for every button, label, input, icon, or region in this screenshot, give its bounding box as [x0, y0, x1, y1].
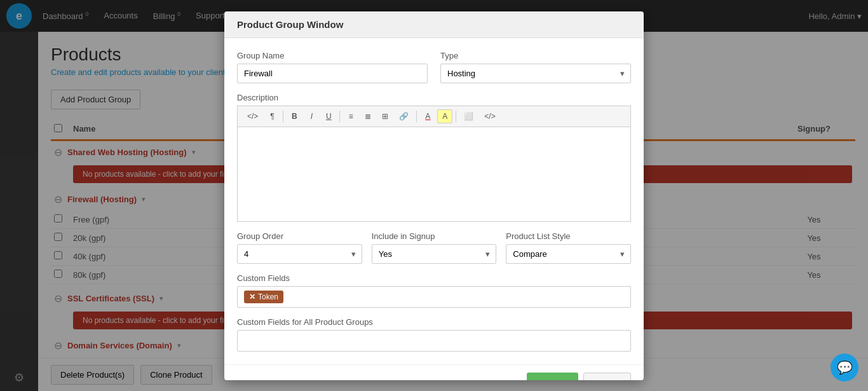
align-btn[interactable]: ⬜ [459, 109, 478, 123]
custom-fields-all-section: Custom Fields for All Product Groups [237, 317, 631, 352]
description-editor[interactable] [237, 127, 631, 222]
modal-overlay: Product Group Window Group Name Type Hos… [0, 0, 868, 391]
include-signup-label: Include in Signup [372, 231, 497, 241]
modal-footer: Submit Close [224, 364, 644, 380]
toolbar-sep-4 [456, 111, 456, 122]
description-section: Description </> ¶ B I U ≡ ≣ ⊞ 🔗 A A [237, 93, 631, 222]
group-order-col: Group Order 4 1 2 3 5 [237, 231, 362, 264]
token-tag-remove[interactable]: ✕ [249, 292, 255, 301]
custom-fields-section: Custom Fields ✕ Token [237, 273, 631, 308]
table-btn[interactable]: ⊞ [377, 109, 393, 123]
modal-title: Product Group Window [224, 11, 644, 38]
product-list-style-col: Product List Style Compare List Grid [506, 231, 631, 264]
font-color-btn[interactable]: A [420, 109, 435, 123]
bg-color-btn[interactable]: A [437, 109, 452, 123]
token-tag-label: Token [258, 292, 278, 301]
toolbar-sep-1 [283, 111, 283, 122]
custom-fields-all-label: Custom Fields for All Product Groups [237, 317, 631, 327]
product-group-modal: Product Group Window Group Name Type Hos… [224, 11, 644, 380]
ul-btn[interactable]: ≡ [343, 109, 358, 123]
product-list-style-label: Product List Style [506, 231, 631, 241]
underline-btn[interactable]: U [321, 109, 336, 123]
italic-btn[interactable]: I [304, 109, 319, 123]
group-name-type-row: Group Name Type Hosting SSL Domain Other [237, 51, 631, 83]
paragraph-btn[interactable]: ¶ [264, 109, 280, 123]
group-name-input[interactable] [237, 64, 428, 83]
custom-fields-container[interactable]: ✕ Token [237, 286, 631, 308]
group-order-select[interactable]: 4 1 2 3 5 [237, 244, 362, 264]
include-signup-select[interactable]: Yes No [372, 244, 497, 264]
code-btn[interactable]: </> [480, 109, 499, 123]
product-list-style-select-wrapper: Compare List Grid [506, 244, 631, 264]
group-order-label: Group Order [237, 231, 362, 241]
close-button[interactable]: Close [583, 373, 631, 380]
include-signup-select-wrapper: Yes No [372, 244, 497, 264]
toolbar-sep-3 [416, 111, 417, 122]
group-name-field-group: Group Name [237, 51, 428, 83]
include-signup-col: Include in Signup Yes No [372, 231, 497, 264]
toolbar-sep-2 [339, 111, 340, 122]
type-select[interactable]: Hosting SSL Domain Other [440, 64, 631, 83]
order-signup-style-row: Group Order 4 1 2 3 5 Include in Signup [237, 231, 631, 264]
type-label: Type [440, 51, 631, 60]
product-list-style-select[interactable]: Compare List Grid [506, 244, 631, 264]
link-btn[interactable]: 🔗 [395, 109, 413, 123]
token-tag: ✕ Token [244, 291, 283, 303]
source-btn[interactable]: </> [243, 109, 262, 123]
submit-button[interactable]: Submit [527, 373, 578, 380]
group-order-select-wrapper: 4 1 2 3 5 [237, 244, 362, 264]
type-field-group: Type Hosting SSL Domain Other [440, 51, 631, 83]
custom-fields-all-container[interactable] [237, 330, 631, 352]
ol-btn[interactable]: ≣ [360, 109, 376, 123]
custom-fields-label: Custom Fields [237, 273, 631, 283]
editor-toolbar: </> ¶ B I U ≡ ≣ ⊞ 🔗 A A ⬜ </> [237, 106, 631, 127]
description-label: Description [237, 93, 631, 102]
chat-bubble[interactable]: 💬 [831, 353, 858, 381]
bold-btn[interactable]: B [287, 109, 302, 123]
group-name-label: Group Name [237, 51, 428, 60]
modal-body: Group Name Type Hosting SSL Domain Other [224, 38, 644, 364]
type-select-wrapper: Hosting SSL Domain Other [440, 64, 631, 83]
